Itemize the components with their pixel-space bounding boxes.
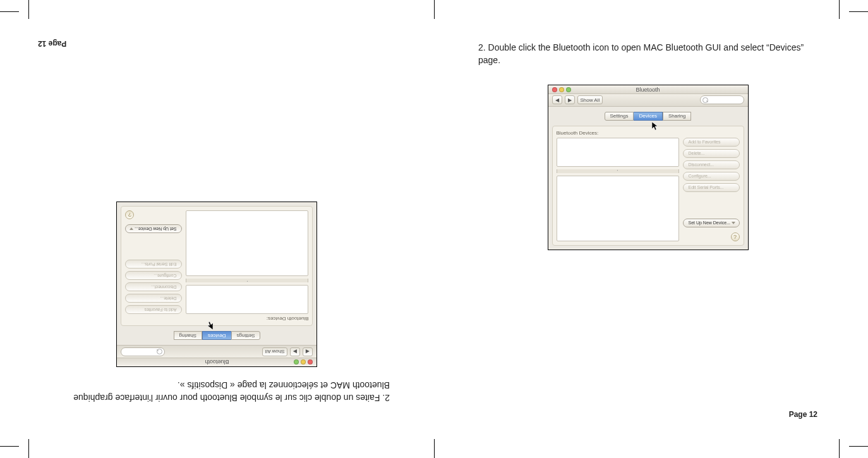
btn-label: Delete... [160,296,176,301]
btn-label: Configure... [689,174,711,178]
devices-listbox-upper[interactable] [557,138,679,167]
help-button[interactable]: ? [731,232,740,241]
step-body: Double click the Bluetooth icon to open … [478,42,804,65]
btn-label: Delete... [689,151,705,155]
left-page: Page 12 2. Faites un double clic sur le … [0,0,434,458]
btn-label: Set Up New Device... [135,227,177,231]
show-all-label: Show All [581,97,600,103]
show-all-button[interactable]: Show All [262,347,288,356]
instruction-text-en: 2. Double click the Bluetooth icon to op… [478,41,817,67]
btn-label: Disconnect... [151,285,176,289]
tab-devices-label: Devices [208,333,226,339]
configure-button[interactable]: Configure... [683,172,740,181]
window-controls[interactable] [294,359,313,365]
cursor-icon [652,122,658,131]
minimize-icon[interactable] [301,359,306,365]
tab-sharing[interactable]: Sharing [663,112,692,121]
bluetooth-window: Bluetooth ◀ ▶ Show All Settings Devices … [117,202,318,367]
window-title: Bluetooth [636,87,660,93]
devices-panel: Bluetooth Devices: Add to Favorites Dele… [552,126,744,246]
splitter[interactable] [557,169,679,173]
cursor-icon [207,321,214,330]
help-button[interactable]: ? [126,210,135,219]
panel-body: Settings Devices Sharing Bluetooth Devic… [548,107,748,250]
back-button[interactable]: ◀ [552,95,562,104]
forward-button[interactable]: ▶ [291,347,301,356]
zoom-icon[interactable] [566,87,571,92]
tab-sharing[interactable]: Sharing [174,331,203,340]
delete-button[interactable]: Delete... [126,294,183,303]
show-all-button[interactable]: Show All [577,95,603,104]
page-spread: Page 12 2. Faites un double clic sur le … [0,0,868,458]
step-number: 2. [382,393,390,403]
add-to-favorites-button[interactable]: Add to Favorites [683,138,740,147]
setup-new-device-button[interactable]: Set Up New Device... [126,224,183,233]
devices-panel: Bluetooth Devices: Add to Favorites Dele… [121,206,313,326]
window-titlebar: Bluetooth [118,358,317,366]
disconnect-button[interactable]: Disconnect... [126,282,183,291]
devices-listbox-lower[interactable] [557,176,679,241]
forward-button[interactable]: ▶ [565,95,575,104]
page-number: Page 12 [789,410,817,419]
devices-listbox-upper[interactable] [186,285,309,314]
tab-sharing-label: Sharing [668,113,686,119]
edit-serial-ports-button[interactable]: Edit Serial Ports... [683,183,740,192]
devices-label: Bluetooth Devices: [126,316,309,322]
tab-settings[interactable]: Settings [605,112,634,121]
tab-devices[interactable]: Devices [634,112,662,121]
zoom-icon[interactable] [294,359,299,365]
close-icon[interactable] [552,87,557,92]
help-label: ? [733,234,737,240]
btn-label: Edit Serial Ports... [689,185,724,190]
edit-serial-ports-button[interactable]: Edit Serial Ports... [126,260,183,268]
tab-sharing-label: Sharing [179,333,197,339]
panel-body: Settings Devices Sharing Bluetooth Devic… [118,202,317,345]
show-all-label: Show All [265,349,285,354]
segment-tabs: Settings Devices Sharing [121,331,313,340]
delete-button[interactable]: Delete... [683,149,740,158]
btn-label: Edit Serial Ports... [141,262,176,267]
window-toolbar: ◀ ▶ Show All [118,345,317,358]
search-input[interactable] [121,347,166,356]
tab-settings-label: Settings [237,333,255,339]
tab-devices-label: Devices [639,113,656,119]
devices-right-column: Add to Favorites Delete... Disconnect...… [126,210,183,314]
close-icon[interactable] [308,359,313,365]
btn-label: Set Up New Device... [689,220,731,225]
configure-button[interactable]: Configure... [126,271,183,280]
right-page: 2. Double click the Bluetooth icon to op… [434,0,868,458]
help-label: ? [128,212,131,218]
btn-label: Add to Favorites [145,308,177,312]
page-number: Page 12 [38,39,66,48]
window-titlebar: Bluetooth [548,85,748,94]
search-input[interactable] [700,95,744,104]
minimize-icon[interactable] [559,87,564,92]
devices-label: Bluetooth Devices: [557,130,740,136]
window-toolbar: ◀ ▶ Show All [548,94,748,107]
bluetooth-window: Bluetooth ◀ ▶ Show All Settings Devices … [548,85,749,250]
tab-devices[interactable]: Devices [202,331,231,340]
window-title: Bluetooth [205,359,229,365]
splitter[interactable] [186,279,309,282]
devices-listbox-lower[interactable] [186,210,309,276]
disconnect-button[interactable]: Disconnect... [683,160,740,169]
segment-tabs: Settings Devices Sharing [552,112,744,121]
add-to-favorites-button[interactable]: Add to Favorites [126,305,183,314]
btn-label: Configure... [154,274,176,278]
devices-right-column: Add to Favorites Delete... Disconnect...… [683,138,740,241]
step-body: Faites un double clic sur le symbole Blu… [73,380,390,403]
btn-label: Add to Favorites [689,140,721,144]
btn-label: Disconnect... [689,162,714,167]
setup-new-device-button[interactable]: Set Up New Device... [683,219,740,227]
tab-settings-label: Settings [610,113,629,119]
step-number: 2. [478,42,486,52]
instruction-text-fr: 2. Faites un double clic sur le symbole … [44,378,390,404]
devices-left-column [557,138,679,241]
window-controls[interactable] [552,87,571,92]
back-button[interactable]: ◀ [303,347,313,356]
tab-settings[interactable]: Settings [231,331,261,340]
devices-left-column [186,210,309,314]
